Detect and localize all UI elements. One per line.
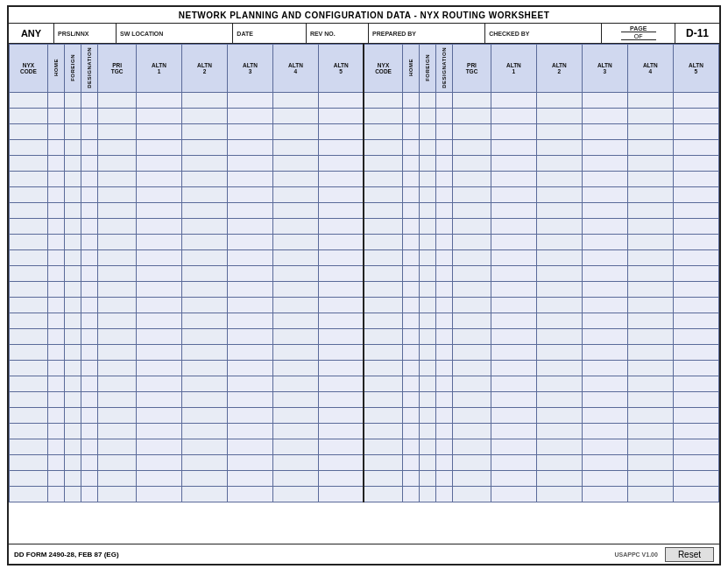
cell-r10-c17: [582, 249, 627, 265]
cell-r3-c18: [627, 139, 673, 155]
cell-r13-c13: [435, 297, 452, 313]
cell-r13-c14: [453, 297, 491, 313]
cell-r12-c7: [227, 281, 272, 297]
table-row: [10, 92, 719, 108]
cell-r5-c7: [227, 171, 272, 186]
cell-r9-c9: [318, 234, 364, 249]
cell-r3-c0: [10, 139, 48, 155]
cell-r9-c6: [181, 234, 227, 249]
cell-r23-c18: [627, 454, 673, 470]
cell-r18-c10: [364, 376, 402, 391]
cell-r19-c13: [435, 391, 452, 407]
cell-r4-c8: [272, 155, 318, 171]
cell-r8-c0: [10, 218, 48, 234]
cell-r1-c1: [47, 108, 64, 123]
cell-r8-c19: [673, 218, 718, 234]
cell-r17-c4: [98, 360, 137, 376]
cell-r16-c14: [453, 344, 491, 360]
cell-r3-c6: [181, 139, 227, 155]
cell-r3-c12: [419, 139, 435, 155]
cell-r0-c14: [453, 92, 491, 108]
col-header-altn1-l: ALTN 1: [136, 45, 181, 93]
table-row: [10, 139, 719, 155]
cell-r2-c1: [47, 123, 64, 139]
cell-r17-c0: [10, 360, 48, 376]
cell-r24-c12: [419, 470, 435, 486]
cell-r1-c9: [318, 108, 364, 123]
cell-r24-c2: [64, 470, 81, 486]
cell-r22-c6: [181, 439, 227, 454]
cell-r15-c17: [582, 328, 627, 344]
cell-r6-c8: [272, 186, 318, 202]
prsl-cell: PRSL/NNX: [54, 24, 117, 43]
cell-r3-c13: [435, 139, 452, 155]
cell-r21-c14: [453, 423, 491, 439]
cell-r10-c7: [227, 249, 272, 265]
cell-r25-c8: [272, 486, 318, 502]
cell-r21-c12: [419, 423, 435, 439]
cell-r14-c13: [435, 313, 452, 328]
cell-r23-c4: [98, 454, 137, 470]
cell-r21-c13: [435, 423, 452, 439]
cell-r11-c3: [81, 265, 98, 281]
prsl-label: PRSL/NNX: [58, 31, 112, 37]
cell-r24-c6: [181, 470, 227, 486]
cell-r16-c4: [98, 344, 137, 360]
cell-r1-c12: [419, 108, 435, 123]
cell-r3-c3: [81, 139, 98, 155]
cell-r10-c19: [673, 249, 718, 265]
col-header-altn4-l: ALTN 4: [272, 45, 318, 93]
cell-r8-c16: [536, 218, 582, 234]
cell-r1-c16: [536, 108, 582, 123]
cell-r1-c11: [402, 108, 419, 123]
cell-r11-c2: [64, 265, 81, 281]
cell-r21-c7: [227, 423, 272, 439]
cell-r7-c8: [272, 202, 318, 218]
date-label: DATE: [237, 31, 302, 37]
cell-r2-c6: [181, 123, 227, 139]
cell-r10-c9: [318, 249, 364, 265]
reset-button[interactable]: Reset: [665, 547, 714, 562]
cell-r25-c14: [453, 486, 491, 502]
cell-r1-c3: [81, 108, 98, 123]
cell-r10-c2: [64, 249, 81, 265]
cell-r0-c4: [98, 92, 137, 108]
col-header-altn5-r: ALTN 5: [673, 45, 718, 93]
col-header-pri-tgc-l: PRI TGC: [98, 45, 137, 93]
cell-r22-c9: [318, 439, 364, 454]
cell-r16-c5: [136, 344, 181, 360]
cell-r8-c7: [227, 218, 272, 234]
cell-r18-c8: [272, 376, 318, 391]
cell-r9-c12: [419, 234, 435, 249]
cell-r8-c4: [98, 218, 137, 234]
cell-r11-c5: [136, 265, 181, 281]
cell-r11-c9: [318, 265, 364, 281]
cell-r1-c17: [582, 108, 627, 123]
cell-r5-c12: [419, 171, 435, 186]
cell-r5-c8: [272, 171, 318, 186]
main-title: NETWORK PLANNING AND CONFIGURATION DATA …: [179, 11, 550, 20]
cell-r15-c11: [402, 328, 419, 344]
cell-r1-c14: [453, 108, 491, 123]
cell-r22-c18: [627, 439, 673, 454]
cell-r1-c15: [491, 108, 536, 123]
cell-r2-c12: [419, 123, 435, 139]
cell-r8-c6: [181, 218, 227, 234]
cell-r4-c6: [181, 155, 227, 171]
cell-r25-c12: [419, 486, 435, 502]
cell-r4-c14: [453, 155, 491, 171]
cell-r10-c0: [10, 249, 48, 265]
cell-r8-c11: [402, 218, 419, 234]
cell-r14-c16: [536, 313, 582, 328]
cell-r4-c15: [491, 155, 536, 171]
cell-r14-c4: [98, 313, 137, 328]
cell-r3-c2: [64, 139, 81, 155]
cell-r4-c3: [81, 155, 98, 171]
cell-r11-c12: [419, 265, 435, 281]
cell-r10-c4: [98, 249, 137, 265]
cell-r24-c13: [435, 470, 452, 486]
cell-r20-c14: [453, 407, 491, 423]
table-row: [10, 423, 719, 439]
cell-r23-c14: [453, 454, 491, 470]
cell-r24-c15: [491, 470, 536, 486]
